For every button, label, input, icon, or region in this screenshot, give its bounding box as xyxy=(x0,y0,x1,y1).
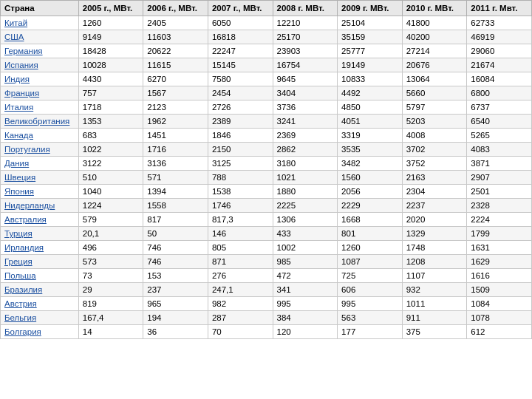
column-header-year-2006: 2006 г., МВт. xyxy=(143,1,208,16)
country-link[interactable]: США xyxy=(1,30,79,44)
data-cell: 16084 xyxy=(467,72,532,86)
data-cell: 62733 xyxy=(467,16,532,30)
country-link[interactable]: Бельгия xyxy=(1,311,79,325)
table-row: Индия4430627075809645108331306416084 xyxy=(1,72,532,86)
data-cell: 10028 xyxy=(78,58,143,72)
table-row: Ирландия4967468051002126017481631 xyxy=(1,241,532,255)
country-link[interactable]: Греция xyxy=(1,255,79,269)
column-header-year-2010: 2010 г. МВт. xyxy=(402,1,467,16)
data-cell: 4492 xyxy=(338,86,403,100)
data-cell: 746 xyxy=(143,255,208,269)
data-cell: 70 xyxy=(208,325,273,339)
table-row: Испания100281161515145167541914920676216… xyxy=(1,58,532,72)
data-cell: 19149 xyxy=(338,58,403,72)
data-cell: 384 xyxy=(273,311,338,325)
data-cell: 612 xyxy=(467,325,532,339)
data-cell: 1084 xyxy=(467,297,532,311)
data-cell: 194 xyxy=(143,311,208,325)
data-cell: 7580 xyxy=(208,72,273,86)
country-link[interactable]: Япония xyxy=(1,185,79,199)
data-cell: 6737 xyxy=(467,100,532,115)
data-cell: 911 xyxy=(402,311,467,325)
data-cell: 20676 xyxy=(402,58,467,72)
data-cell: 1799 xyxy=(467,227,532,241)
data-cell: 35159 xyxy=(338,30,403,44)
country-link[interactable]: Канада xyxy=(1,129,79,143)
data-cell: 3319 xyxy=(338,129,403,143)
country-link[interactable]: Польша xyxy=(1,269,79,283)
country-link[interactable]: Италия xyxy=(1,100,79,115)
data-cell: 788 xyxy=(208,171,273,185)
country-link[interactable]: Бразилия xyxy=(1,283,79,297)
data-cell: 871 xyxy=(208,255,273,269)
data-cell: 341 xyxy=(273,283,338,297)
country-link[interactable]: Австралия xyxy=(1,213,79,227)
data-cell: 2123 xyxy=(143,100,208,115)
data-cell: 3241 xyxy=(273,115,338,129)
country-link[interactable]: Ирландия xyxy=(1,241,79,255)
data-cell: 16818 xyxy=(208,30,273,44)
column-header-year-2009: 2009 г. МВт. xyxy=(338,1,403,16)
data-cell: 3482 xyxy=(338,157,403,171)
country-link[interactable]: Германия xyxy=(1,44,79,58)
data-cell: 2304 xyxy=(402,185,467,199)
data-cell: 9149 xyxy=(78,30,143,44)
data-cell: 4051 xyxy=(338,115,403,129)
data-cell: 2501 xyxy=(467,185,532,199)
data-cell: 21674 xyxy=(467,58,532,72)
country-link[interactable]: Великобритания xyxy=(1,115,79,129)
data-cell: 1260 xyxy=(338,241,403,255)
data-cell: 3125 xyxy=(208,157,273,171)
data-cell: 1718 xyxy=(78,100,143,115)
country-link[interactable]: Индия xyxy=(1,72,79,86)
data-cell: 1087 xyxy=(338,255,403,269)
data-cell: 573 xyxy=(78,255,143,269)
data-cell: 579 xyxy=(78,213,143,227)
data-cell: 1208 xyxy=(402,255,467,269)
country-link[interactable]: Китай xyxy=(1,16,79,30)
country-link[interactable]: Испания xyxy=(1,58,79,72)
data-cell: 41800 xyxy=(402,16,467,30)
data-cell: 2369 xyxy=(273,129,338,143)
data-cell: 177 xyxy=(338,325,403,339)
data-cell: 3736 xyxy=(273,100,338,115)
data-cell: 2150 xyxy=(208,143,273,157)
data-cell: 29 xyxy=(78,283,143,297)
data-cell: 6540 xyxy=(467,115,532,129)
country-link[interactable]: Болгария xyxy=(1,325,79,339)
data-cell: 1451 xyxy=(143,129,208,143)
data-cell: 4008 xyxy=(402,129,467,143)
country-link[interactable]: Нидерланды xyxy=(1,199,79,213)
country-link[interactable]: Австрия xyxy=(1,297,79,311)
data-cell: 1011 xyxy=(402,297,467,311)
data-cell: 167,4 xyxy=(78,311,143,325)
country-link[interactable]: Турция xyxy=(1,227,79,241)
table-row: Польша7315327647272511071616 xyxy=(1,269,532,283)
table-row: Австралия579817817,31306166820202224 xyxy=(1,213,532,227)
data-cell: 2907 xyxy=(467,171,532,185)
data-cell: 4430 xyxy=(78,72,143,86)
country-link[interactable]: Дания xyxy=(1,157,79,171)
data-cell: 805 xyxy=(208,241,273,255)
data-cell: 1078 xyxy=(467,311,532,325)
country-link[interactable]: Швеция xyxy=(1,171,79,185)
country-link[interactable]: Португалия xyxy=(1,143,79,157)
data-cell: 982 xyxy=(208,297,273,311)
data-cell: 27214 xyxy=(402,44,467,58)
data-cell: 2163 xyxy=(402,171,467,185)
data-cell: 16754 xyxy=(273,58,338,72)
data-cell: 146 xyxy=(208,227,273,241)
data-cell: 29060 xyxy=(467,44,532,58)
table-row: Германия18428206222224723903257772721429… xyxy=(1,44,532,58)
data-cell: 2862 xyxy=(273,143,338,157)
column-header-year-2008: 2008 г. МВт. xyxy=(273,1,338,16)
data-cell: 14 xyxy=(78,325,143,339)
country-link[interactable]: Франция xyxy=(1,86,79,100)
data-cell: 276 xyxy=(208,269,273,283)
data-cell: 22247 xyxy=(208,44,273,58)
data-cell: 2229 xyxy=(338,199,403,213)
data-cell: 9645 xyxy=(273,72,338,86)
data-cell: 995 xyxy=(273,297,338,311)
data-cell: 3535 xyxy=(338,143,403,157)
data-cell: 2328 xyxy=(467,199,532,213)
